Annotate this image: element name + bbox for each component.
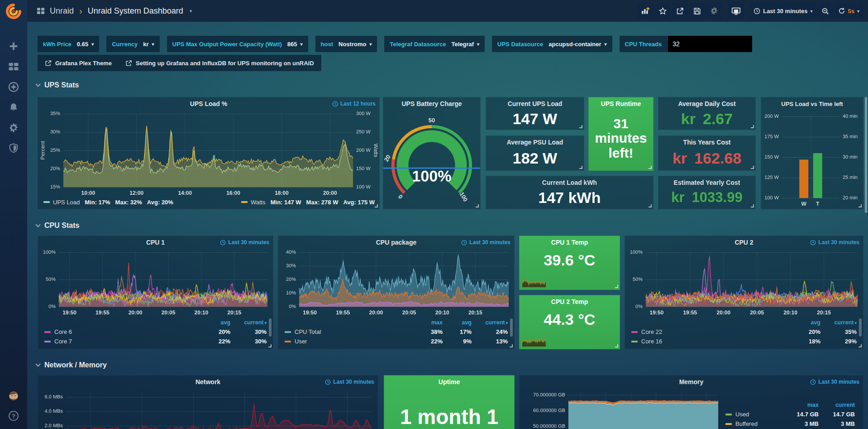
breadcrumb-folder[interactable]: Unraid [50,6,74,16]
panel-title[interactable]: Network [196,378,220,386]
cpu1-chart-canvas[interactable] [38,249,273,317]
panel-time-override: Last 12 hours [332,101,376,107]
page-scrollbar-thumb[interactable] [865,97,867,213]
explore-compass-icon[interactable] [7,80,20,94]
panel-cpu2: CPU 2 Last 30 minutes avgcurrent▾ Core 2… [625,236,863,349]
network-chart-canvas[interactable] [38,388,378,429]
panel-resize-handle[interactable] [510,344,513,347]
star-button[interactable] [655,3,670,19]
grafana-logo-icon[interactable] [5,2,23,20]
panel-title[interactable]: Current UPS Load [508,100,563,107]
legend-scrollbar[interactable] [510,318,513,337]
panel-title[interactable]: CPU package [376,239,416,246]
panel-resize-handle[interactable] [858,344,862,347]
legend-sort-current[interactable]: current▾ [230,319,267,326]
panel-resize-handle[interactable] [649,204,652,207]
variable-value-dropdown[interactable]: apcupsd-container▾ [548,41,606,48]
legend-sort-current[interactable]: current [819,402,855,408]
variable-value-dropdown[interactable]: 0.65▾ [77,41,94,48]
cpu-package-chart-canvas[interactable] [278,249,514,317]
user-avatar[interactable] [7,389,20,403]
refresh-button[interactable]: 5s ▾ [835,3,863,19]
time-range-picker[interactable]: Last 30 minutes ▾ [750,3,816,19]
panel-resize-handle[interactable] [375,204,378,207]
dashboards-icon[interactable] [7,60,20,73]
legend-series-toggle[interactable]: Watts [251,199,266,206]
panel-settings-gear-icon[interactable] [706,3,722,19]
panel-title[interactable]: Average Daily Cost [678,100,735,107]
legend-sort-max[interactable]: max [411,319,443,326]
panel-resize-handle[interactable] [476,204,479,207]
panel-resize-handle[interactable] [615,344,618,347]
panel-title[interactable]: This Years Cost [683,139,731,146]
panel-title[interactable]: Uptime [439,378,460,386]
legend-series-toggle[interactable]: CPU Total [285,328,411,335]
panel-resize-handle[interactable] [649,166,652,169]
panel-resize-handle[interactable] [579,166,582,169]
panel-title[interactable]: Current Load kWh [542,179,597,186]
panel-title[interactable]: UPS Battery Charge [401,100,462,107]
legend-series-toggle[interactable]: Core 7 [44,338,199,345]
dashboard-title[interactable]: Unraid System Dashboard [88,6,183,16]
panel-title[interactable]: UPS Runtime [601,100,641,107]
legend-scrollbar[interactable] [269,318,272,337]
share-button[interactable] [672,3,687,19]
add-icon[interactable] [7,39,20,53]
cpu-threads-input[interactable] [668,36,752,52]
save-button[interactable] [689,3,705,19]
add-panel-button[interactable] [638,3,653,19]
panel-title[interactable]: CPU 1 Temp [551,239,588,246]
memory-chart-canvas[interactable] [520,388,723,429]
zoom-out-button[interactable] [818,3,833,19]
panel-resize-handle[interactable] [751,125,754,128]
section-ups-stats[interactable]: UPS Stats [36,80,79,91]
section-cpu-stats[interactable]: CPU Stats [36,220,79,231]
legend-series-toggle[interactable]: Core 16 [631,338,789,345]
server-admin-shield-icon[interactable] [7,141,20,155]
help-icon[interactable]: ? [7,409,20,423]
legend-sort-avg[interactable]: avg [443,319,472,326]
legend-scrollbar[interactable] [859,318,862,337]
variable-value-dropdown[interactable]: Telegraf▾ [451,41,479,48]
panel-title[interactable]: UPS Load % [190,100,227,107]
cpu2-chart-canvas[interactable] [625,249,863,317]
ups-load-chart-canvas[interactable] [38,110,379,197]
panel-title[interactable]: UPS Load vs Time left [781,101,843,107]
link-grafana-plex-theme[interactable]: Grafana Plex Theme [45,60,112,67]
configuration-gear-icon[interactable] [7,121,20,135]
panel-resize-handle[interactable] [268,344,272,347]
panel-resize-handle[interactable] [751,166,754,169]
legend-series-toggle[interactable]: Core 22 [631,328,789,335]
panel-title[interactable]: CPU 1 [146,239,165,246]
panel-title[interactable]: CPU 2 Temp [551,298,588,305]
panel-resize-handle[interactable] [615,285,618,288]
panel-title[interactable]: Memory [679,378,704,386]
section-network-memory[interactable]: Network / Memory [36,360,107,371]
alerting-bell-icon[interactable] [7,101,20,114]
cycle-view-mode-button[interactable] [728,3,744,19]
panel-resize-handle[interactable] [751,204,754,207]
panel-resize-handle[interactable] [579,125,582,128]
time-range-label: Last 30 minutes [763,8,807,14]
legend-series-toggle[interactable]: UPS Load [53,199,80,206]
panel-time-override: Last 30 minutes [461,239,510,246]
panel-title[interactable]: CPU 2 [734,239,753,246]
legend-sort-current[interactable]: current▾ [820,319,857,326]
legend-series-toggle[interactable]: Used [725,411,787,418]
variable-value-dropdown[interactable]: kr▾ [143,41,154,48]
legend-sort-max[interactable]: max [787,402,819,408]
panel-resize-handle[interactable] [858,204,862,207]
variable-value-dropdown[interactable]: Nostromo▾ [339,41,372,48]
legend-series-toggle[interactable]: User [285,338,411,345]
legend-sort-avg[interactable]: avg [789,319,820,326]
panel-title[interactable]: Estimated Yearly Cost [674,179,740,186]
dashboard-dropdown-caret[interactable]: ▾ [190,8,192,14]
legend-sort-avg[interactable]: avg [199,319,230,326]
legend-series-toggle[interactable]: Core 6 [44,328,199,335]
variable-value-dropdown[interactable]: 865▾ [287,41,303,48]
panel-title[interactable]: Average PSU Load [507,139,563,146]
nav-actions: Last 30 minutes ▾ 5s ▾ [638,3,863,19]
legend-series-toggle[interactable]: Buffered [725,420,787,427]
link-ups-monitoring-guide[interactable]: Setting up Grafana and InfluxDB for UPS … [125,60,314,67]
legend-sort-current[interactable]: current▾ [472,319,508,326]
